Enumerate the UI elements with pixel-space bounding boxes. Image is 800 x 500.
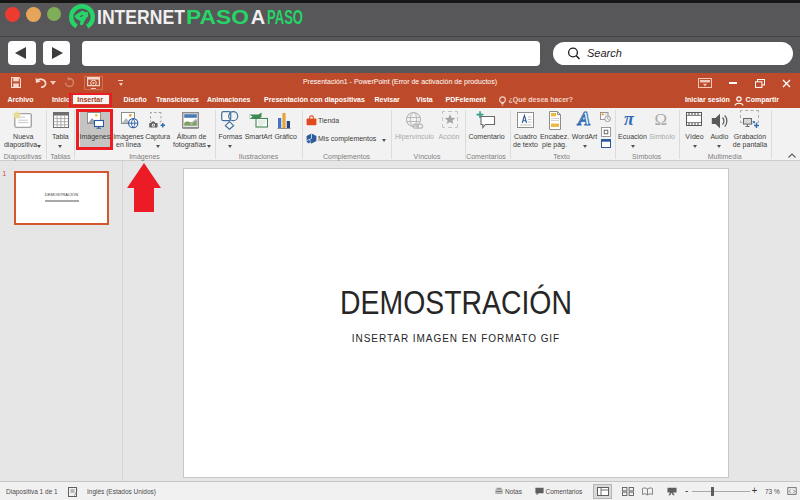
svg-text:π: π: [624, 110, 635, 128]
svg-text:Ω: Ω: [654, 110, 667, 128]
svg-text:A: A: [577, 110, 591, 128]
